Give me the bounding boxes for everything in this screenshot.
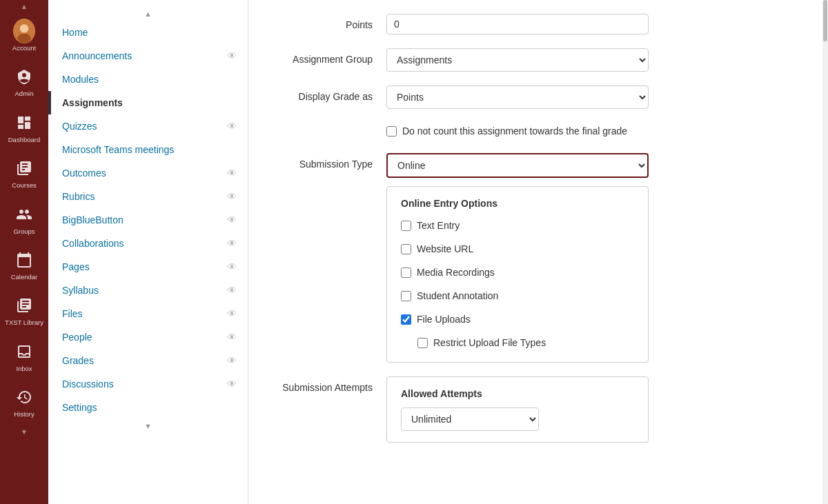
do-not-count-checkbox-row: Do not count this assignment towards the… [386,123,795,139]
nav-scroll-up[interactable]: ▲ [18,0,30,13]
main-content: Points Assignment Group Assignments Quiz… [248,0,822,504]
media-recordings-checkbox[interactable] [401,268,411,278]
assignment-group-select[interactable]: Assignments Quizzes Discussions Other [386,48,649,72]
allowed-attempts-select[interactable]: Unlimited 1 2 3 4 5 [401,407,539,431]
student-annotation-row: Student Annotation [401,288,634,304]
sidebar-assignments-label: Assignments [62,97,237,108]
files-visibility-icon[interactable]: 👁 [227,308,237,319]
submission-type-control: Online On Paper No Submission External T… [386,153,795,363]
sidebar-item-syllabus[interactable]: Syllabus 👁 [48,279,248,302]
sidebar-item-people[interactable]: People 👁 [48,325,248,349]
sidebar-scroll-down[interactable]: ▼ [48,419,248,433]
sidebar-item-files[interactable]: Files 👁 [48,302,248,325]
sidebar-item-settings[interactable]: Settings [48,396,248,419]
restrict-upload-checkbox[interactable] [417,338,428,348]
sidebar-item-pages[interactable]: Pages 👁 [48,255,248,279]
sidebar-item-announcements[interactable]: Announcements 👁 [48,44,248,68]
restrict-upload-label: Restrict Upload File Types [433,337,546,348]
nav-item-groups[interactable]: Groups [0,196,48,242]
display-grade-control: Points Percentage Letter Grade Complete/… [386,85,795,109]
sidebar-item-collaborations[interactable]: Collaborations 👁 [48,232,248,255]
do-not-count-checkbox[interactable] [386,126,397,137]
sidebar-item-outcomes[interactable]: Outcomes 👁 [48,161,248,185]
discussions-visibility-icon[interactable]: 👁 [227,379,237,390]
calendar-icon [13,249,35,271]
nav-item-account[interactable]: Account [0,13,48,59]
text-entry-checkbox[interactable] [401,221,411,231]
user-avatar [13,19,35,43]
sidebar-item-home[interactable]: Home [48,21,248,44]
points-control [386,14,795,34]
history-icon [13,386,35,408]
media-recordings-label: Media Recordings [417,267,495,278]
syllabus-visibility-icon[interactable]: 👁 [227,285,237,296]
website-url-checkbox[interactable] [401,244,411,254]
file-uploads-label: File Uploads [417,314,471,325]
sidebar-grades-label: Grades [62,355,227,366]
grades-visibility-icon[interactable]: 👁 [227,355,237,366]
people-visibility-icon[interactable]: 👁 [227,332,237,343]
sidebar-item-msteams[interactable]: Microsoft Teams meetings [48,138,248,161]
sidebar-item-discussions[interactable]: Discussions 👁 [48,372,248,396]
nav-library-label: TXST Library [5,319,43,326]
nav-item-courses[interactable]: Courses [0,150,48,196]
submission-attempts-row: Submission Attempts Allowed Attempts Unl… [276,376,795,443]
nav-bar: ▲ Account Admin Dashboard [0,0,48,504]
do-not-count-row: Do not count this assignment towards the… [276,123,795,139]
bigbluebutton-visibility-icon[interactable]: 👁 [227,214,237,225]
restrict-upload-row: Restrict Upload File Types [401,334,634,351]
submission-attempts-control: Allowed Attempts Unlimited 1 2 3 4 5 [386,376,795,443]
points-input[interactable] [386,14,649,34]
points-label: Points [276,14,386,30]
display-grade-label: Display Grade as [276,85,386,102]
nav-item-library[interactable]: TXST Library [0,288,48,333]
sidebar-msteams-label: Microsoft Teams meetings [62,144,237,155]
sidebar-item-modules[interactable]: Modules [48,68,248,91]
quizzes-visibility-icon[interactable]: 👁 [227,121,237,132]
nav-item-history[interactable]: History [0,379,48,425]
sidebar-home-label: Home [62,27,237,38]
file-uploads-checkbox[interactable] [401,314,411,325]
collaborations-visibility-icon[interactable]: 👁 [227,238,237,249]
assignment-group-label: Assignment Group [276,48,386,65]
submission-type-row: Submission Type Online On Paper No Submi… [276,153,795,363]
sidebar-quizzes-label: Quizzes [62,121,227,132]
pages-visibility-icon[interactable]: 👁 [227,261,237,272]
library-icon [13,294,35,316]
nav-admin-label: Admin [15,90,34,97]
sidebar-item-bigbluebutton[interactable]: BigBlueButton 👁 [48,208,248,232]
sidebar-item-grades[interactable]: Grades 👁 [48,349,248,372]
media-recordings-row: Media Recordings [401,264,634,281]
outcomes-visibility-icon[interactable]: 👁 [227,168,237,179]
sidebar-syllabus-label: Syllabus [62,285,227,296]
admin-icon [13,65,35,88]
sidebar-modules-label: Modules [62,74,237,85]
right-scrollbar-thumb[interactable] [823,0,827,41]
nav-item-dashboard[interactable]: Dashboard [0,105,48,150]
sidebar-pages-label: Pages [62,261,227,272]
text-entry-row: Text Entry [401,217,634,234]
nav-item-calendar[interactable]: Calendar [0,242,48,288]
sidebar-scroll-up[interactable]: ▲ [48,7,248,21]
sidebar-item-assignments[interactable]: Assignments [48,91,248,114]
inbox-icon [13,341,35,363]
right-scrollbar[interactable] [822,0,828,504]
sidebar-item-quizzes[interactable]: Quizzes 👁 [48,114,248,138]
nav-item-admin[interactable]: Admin [0,59,48,104]
rubrics-visibility-icon[interactable]: 👁 [227,191,237,202]
sidebar-announcements-label: Announcements [62,50,227,61]
nav-dashboard-label: Dashboard [8,136,40,143]
student-annotation-checkbox[interactable] [401,291,411,301]
display-grade-select[interactable]: Points Percentage Letter Grade Complete/… [386,85,649,109]
sidebar-people-label: People [62,332,227,343]
svg-point-1 [20,24,28,32]
sidebar-rubrics-label: Rubrics [62,191,227,202]
sidebar-item-rubrics[interactable]: Rubrics 👁 [48,185,248,208]
submission-type-select[interactable]: Online On Paper No Submission External T… [386,153,649,178]
nav-item-inbox[interactable]: Inbox [0,334,48,379]
announcements-visibility-icon[interactable]: 👁 [227,50,237,61]
allowed-attempts-box: Allowed Attempts Unlimited 1 2 3 4 5 [386,376,649,443]
sidebar-bigbluebutton-label: BigBlueButton [62,214,227,225]
online-entry-options-box: Online Entry Options Text Entry Website … [386,186,649,363]
nav-scroll-down[interactable]: ▼ [18,425,30,439]
